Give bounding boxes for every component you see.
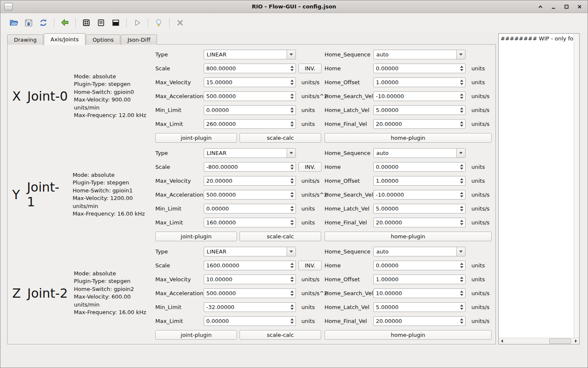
home-spinbox[interactable]	[373, 261, 466, 270]
close-x-icon[interactable]	[175, 18, 185, 28]
spinner-arrows-icon[interactable]	[458, 64, 465, 73]
scale-calc-button[interactable]: scale-calc	[239, 330, 321, 340]
home-search-vel-spinbox[interactable]	[373, 288, 466, 298]
home-sequence-combobox[interactable]: auto	[373, 50, 466, 59]
spinner-arrows-icon[interactable]	[458, 275, 465, 284]
scrollbar-thumb[interactable]	[549, 339, 571, 344]
spinner-arrows-icon[interactable]	[458, 261, 465, 270]
spinner-arrows-icon[interactable]	[288, 120, 295, 128]
list-view-icon[interactable]	[96, 18, 106, 28]
chevron-down-icon[interactable]	[287, 149, 295, 157]
scale-spinbox[interactable]	[204, 162, 296, 172]
home-spinbox[interactable]	[373, 162, 466, 172]
chevron-down-icon[interactable]	[456, 50, 465, 59]
max-velocity-input[interactable]	[204, 275, 288, 284]
home-final-vel-input[interactable]	[374, 317, 458, 325]
home-search-vel-input[interactable]	[374, 289, 458, 298]
scroll-left-icon[interactable]	[499, 338, 505, 344]
max-acceleration-input[interactable]	[204, 92, 288, 101]
min-limit-spinbox[interactable]	[204, 302, 296, 312]
close-button[interactable]	[576, 4, 583, 10]
refresh-icon[interactable]	[38, 18, 48, 28]
spinner-arrows-icon[interactable]	[288, 176, 295, 185]
run-icon[interactable]	[132, 18, 142, 28]
spinner-arrows-icon[interactable]	[288, 275, 295, 284]
home-final-vel-input[interactable]	[374, 218, 458, 227]
home-offset-input[interactable]	[374, 275, 458, 284]
scrollbar-track[interactable]	[505, 338, 573, 344]
maximize-button[interactable]	[563, 4, 569, 10]
tab-drawing[interactable]: Drawing	[7, 35, 43, 45]
max-velocity-spinbox[interactable]	[204, 77, 296, 87]
spinner-arrows-icon[interactable]	[288, 204, 295, 213]
min-limit-input[interactable]	[204, 303, 288, 312]
tab-axis-joints[interactable]: Axis/Joints	[44, 33, 85, 45]
tab-json-diff[interactable]: Json-Diff	[121, 35, 157, 45]
open-folder-icon[interactable]	[9, 18, 19, 28]
scale-calc-button[interactable]: scale-calc	[239, 232, 321, 241]
max-acceleration-input[interactable]	[204, 289, 288, 298]
max-limit-input[interactable]	[204, 218, 288, 227]
spinner-arrows-icon[interactable]	[458, 289, 465, 298]
spinner-arrows-icon[interactable]	[288, 78, 295, 87]
home-final-vel-spinbox[interactable]	[373, 316, 466, 326]
spinner-arrows-icon[interactable]	[458, 163, 465, 171]
scale-calc-button[interactable]: scale-calc	[239, 133, 321, 143]
home-latch-vel-input[interactable]	[374, 106, 458, 115]
spinner-arrows-icon[interactable]	[288, 289, 295, 298]
home-latch-vel-input[interactable]	[374, 204, 458, 213]
spinner-arrows-icon[interactable]	[458, 190, 465, 199]
type-combobox[interactable]: LINEAR	[204, 148, 296, 158]
max-limit-input[interactable]	[204, 317, 288, 325]
max-limit-spinbox[interactable]	[204, 316, 296, 326]
minimize-button[interactable]	[550, 4, 556, 10]
scale-input[interactable]	[204, 261, 288, 270]
spinner-arrows-icon[interactable]	[458, 204, 465, 213]
max-limit-spinbox[interactable]	[204, 218, 296, 227]
spinner-arrows-icon[interactable]	[288, 163, 295, 171]
spinner-arrows-icon[interactable]	[288, 303, 295, 312]
max-limit-spinbox[interactable]	[204, 119, 296, 129]
joint-plugin-button[interactable]: joint-plugin	[155, 232, 237, 241]
max-velocity-input[interactable]	[204, 78, 288, 87]
chevron-down-icon[interactable]	[456, 149, 465, 157]
scroll-right-icon[interactable]	[573, 338, 579, 344]
max-limit-input[interactable]	[204, 120, 288, 128]
back-arrow-icon[interactable]	[60, 18, 70, 28]
spinner-arrows-icon[interactable]	[458, 176, 465, 185]
min-limit-input[interactable]	[204, 106, 288, 115]
max-acceleration-spinbox[interactable]	[204, 190, 296, 200]
spinner-arrows-icon[interactable]	[288, 261, 295, 270]
max-velocity-spinbox[interactable]	[204, 275, 296, 284]
scale-spinbox[interactable]	[204, 64, 296, 73]
spinner-arrows-icon[interactable]	[458, 78, 465, 87]
chevron-down-icon[interactable]	[287, 50, 295, 59]
grid-view-icon[interactable]	[81, 18, 91, 28]
horizontal-scrollbar[interactable]	[499, 338, 579, 344]
home-offset-input[interactable]	[374, 176, 458, 185]
shade-button[interactable]	[537, 4, 543, 10]
home-plugin-button[interactable]: home-plugin	[325, 133, 492, 143]
home-latch-vel-input[interactable]	[374, 303, 458, 312]
spinner-arrows-icon[interactable]	[288, 106, 295, 115]
home-plugin-button[interactable]: home-plugin	[325, 232, 492, 241]
type-combobox[interactable]: LINEAR	[204, 50, 296, 59]
min-limit-spinbox[interactable]	[204, 204, 296, 213]
home-plugin-button[interactable]: home-plugin	[325, 330, 492, 340]
home-input[interactable]	[374, 64, 458, 73]
spinner-arrows-icon[interactable]	[288, 317, 295, 325]
save-file-icon[interactable]	[24, 18, 34, 28]
home-latch-vel-spinbox[interactable]	[373, 204, 466, 213]
joint-plugin-button[interactable]: joint-plugin	[155, 330, 237, 340]
spinner-arrows-icon[interactable]	[288, 92, 295, 101]
home-spinbox[interactable]	[373, 64, 466, 73]
vertical-scrollbar[interactable]	[574, 34, 579, 338]
spinner-arrows-icon[interactable]	[288, 190, 295, 199]
home-search-vel-spinbox[interactable]	[373, 91, 466, 101]
home-final-vel-spinbox[interactable]	[373, 218, 466, 227]
invert-button[interactable]: INV.	[298, 64, 322, 73]
spinner-arrows-icon[interactable]	[288, 64, 295, 73]
min-limit-spinbox[interactable]	[204, 105, 296, 115]
joint-plugin-button[interactable]: joint-plugin	[155, 133, 237, 143]
scale-input[interactable]	[204, 64, 288, 73]
